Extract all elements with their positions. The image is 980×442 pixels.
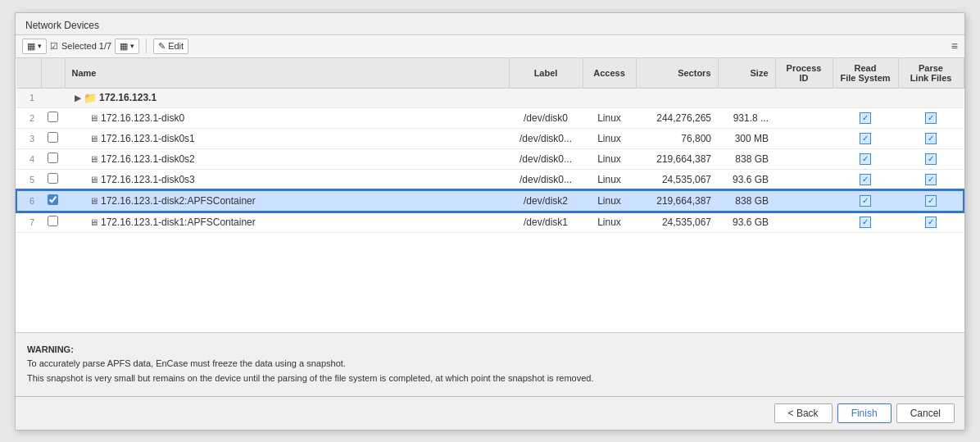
row-num-7: 7 [16, 212, 41, 233]
table-row: 4 🖥 172.16.123.1-disk0s2 /dev/disk0... L… [16, 148, 964, 169]
edit-button[interactable]: ✎ Edit [153, 39, 188, 54]
pid-cell-4 [775, 148, 833, 169]
col-processid: ProcessID [775, 58, 833, 89]
pid-cell-6 [775, 190, 833, 212]
sectors-cell-7: 24,535,067 [636, 212, 718, 233]
col-access: Access [583, 58, 636, 89]
readfs-cell-2[interactable]: ✓ [833, 107, 898, 128]
copy-button[interactable]: ▦ ▾ [115, 39, 139, 54]
network-devices-dialog: Network Devices ▦ ▾ ☑ Selected 1/7 ▦ ▾ ✎… [15, 12, 965, 431]
warning-line-1: To accurately parse APFS data, EnCase mu… [27, 357, 953, 371]
access-cell-7: Linux [583, 212, 636, 233]
parselinkfiles-cell-7[interactable]: ✓ [898, 212, 964, 233]
parselinkfiles-check-5: ✓ [925, 174, 937, 185]
warning-line-2: This snapshot is very small but remains … [27, 371, 953, 386]
parselinkfiles-cell-4[interactable]: ✓ [898, 148, 964, 169]
table-row-selected: 6 🖥 172.16.123.1-disk2:APFSContainer /de… [16, 190, 964, 212]
table-row: 5 🖥 172.16.123.1-disk0s3 /dev/disk0... L… [16, 169, 964, 190]
readfs-check-6: ✓ [860, 195, 871, 207]
disk-icon-4: 🖥 [89, 154, 98, 164]
grid-view-button[interactable]: ▦ ▾ [22, 39, 47, 54]
col-name: Name [65, 58, 509, 89]
check-5[interactable] [41, 169, 65, 190]
grid-icon: ▦ [27, 41, 35, 52]
readfs-check-3: ✓ [860, 133, 871, 144]
warning-title: WARNING: [27, 343, 953, 358]
finish-button[interactable]: Finish [837, 403, 892, 423]
size-cell-2: 931.8 ... [718, 107, 775, 128]
name-cell-7: 🖥 172.16.123.1-disk1:APFSContainer [65, 212, 509, 233]
sectors-cell-2: 244,276,265 [636, 107, 718, 128]
expand-arrow-icon: ▶ [75, 93, 81, 103]
label-cell-6: /dev/disk2 [509, 190, 583, 212]
checkbox-2[interactable] [48, 112, 58, 122]
toolbar: ▦ ▾ ☑ Selected 1/7 ▦ ▾ ✎ Edit ≡ [16, 34, 964, 58]
parselinkfiles-check-7: ✓ [925, 216, 937, 228]
disk-icon-2: 🖥 [89, 113, 98, 123]
table-row: 2 🖥 172.16.123.1-disk0 /dev/disk0 Linux … [16, 107, 964, 128]
warning-section: WARNING: To accurately parse APFS data, … [16, 332, 964, 396]
cancel-button[interactable]: Cancel [896, 403, 955, 423]
dialog-title: Network Devices [16, 13, 964, 34]
row-num-2: 2 [16, 107, 41, 128]
checkbox-6[interactable] [48, 194, 58, 205]
access-cell-6: Linux [583, 190, 636, 212]
parselinkfiles-cell-5[interactable]: ✓ [898, 169, 964, 190]
parselinkfiles-check-4: ✓ [925, 153, 937, 165]
selected-label: Selected 1/7 [61, 41, 111, 51]
checkbox-5[interactable] [48, 173, 58, 184]
sectors-cell-4: 219,664,387 [636, 148, 718, 169]
size-cell-7: 93.6 GB [718, 212, 775, 233]
readfs-cell-5[interactable]: ✓ [833, 169, 898, 190]
disk-icon-6: 🖥 [89, 196, 98, 206]
check-6[interactable] [41, 190, 65, 212]
copy-caret-icon: ▾ [130, 42, 134, 50]
size-cell-5: 93.6 GB [718, 169, 775, 190]
access-cell-5: Linux [583, 169, 636, 190]
label-cell-7: /dev/disk1 [509, 212, 583, 233]
col-num [16, 58, 41, 89]
hamburger-menu-button[interactable]: ≡ [951, 39, 958, 52]
readfs-cell-3[interactable]: ✓ [833, 128, 898, 148]
pid-cell-3 [775, 128, 833, 148]
col-label: Label [509, 58, 583, 89]
size-cell-3: 300 MB [718, 128, 775, 148]
readfs-cell-7[interactable]: ✓ [833, 212, 898, 233]
parselinkfiles-cell-3[interactable]: ✓ [898, 128, 964, 148]
checkbox-7[interactable] [48, 216, 58, 226]
readfs-check-4: ✓ [860, 153, 871, 165]
access-cell-4: Linux [583, 148, 636, 169]
readfs-cell-6[interactable]: ✓ [833, 190, 898, 212]
copy-icon: ▦ [120, 41, 128, 52]
disk-icon-3: 🖥 [89, 134, 98, 144]
parselinkfiles-check-3: ✓ [925, 133, 937, 144]
check-4[interactable] [41, 148, 65, 169]
check-3[interactable] [41, 128, 65, 148]
table-container: Name Label Access Sectors Size ProcessID… [16, 58, 964, 332]
readfs-check-7: ✓ [860, 216, 871, 228]
readfs-cell-4[interactable]: ✓ [833, 148, 898, 169]
label-cell-4: /dev/disk0... [509, 148, 583, 169]
pid-cell-7 [775, 212, 833, 233]
toolbar-separator [146, 39, 147, 53]
group-check [41, 88, 65, 107]
selected-indicator: ☑ Selected 1/7 [50, 41, 111, 52]
name-cell-5: 🖥 172.16.123.1-disk0s3 [65, 169, 509, 190]
col-parselinkfiles: ParseLink Files [898, 58, 964, 89]
parselinkfiles-cell-6[interactable]: ✓ [898, 190, 964, 212]
back-button[interactable]: < Back [774, 403, 833, 423]
col-size: Size [718, 58, 775, 89]
table-row: 7 🖥 172.16.123.1-disk1:APFSContainer /de… [16, 212, 964, 233]
checkbox-4[interactable] [48, 153, 58, 163]
check-7[interactable] [41, 212, 65, 233]
disk-icon-7: 🖥 [89, 217, 98, 227]
caret-icon: ▾ [38, 42, 42, 50]
check-2[interactable] [41, 107, 65, 128]
pid-cell-5 [775, 169, 833, 190]
group-row: 1 ▶ 📁 172.16.123.1 [16, 88, 964, 107]
parselinkfiles-cell-2[interactable]: ✓ [898, 107, 964, 128]
checkbox-3[interactable] [48, 132, 58, 143]
checkbox-icon: ☑ [50, 41, 58, 52]
access-cell-3: Linux [583, 128, 636, 148]
row-num-6: 6 [16, 190, 41, 212]
